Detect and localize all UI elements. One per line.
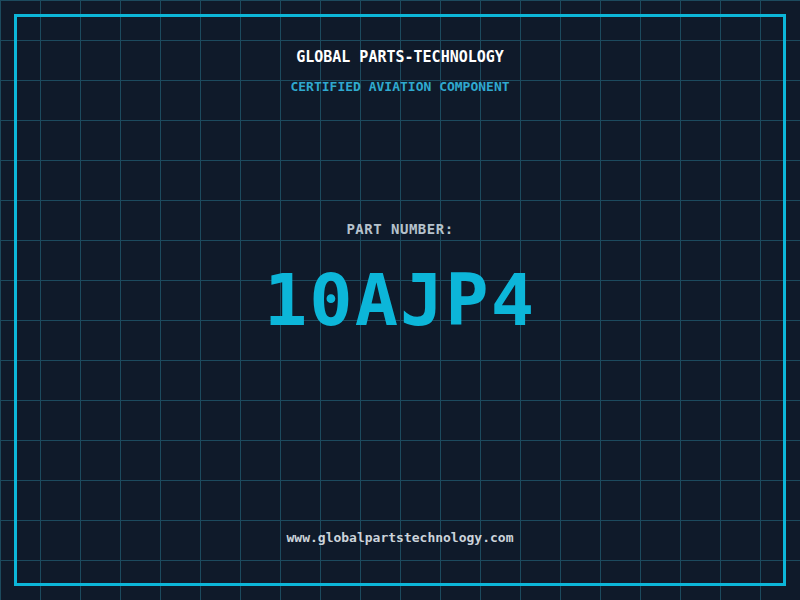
part-number-value: 10AJP4 (0, 264, 800, 336)
footer-website: www.globalpartstechnology.com (0, 531, 800, 544)
part-number-label: PART NUMBER: (0, 222, 800, 236)
blueprint-card: GLOBAL PARTS-TECHNOLOGY CERTIFIED AVIATI… (0, 0, 800, 600)
certification-subtitle: CERTIFIED AVIATION COMPONENT (0, 80, 800, 93)
company-title: GLOBAL PARTS-TECHNOLOGY (0, 50, 800, 65)
